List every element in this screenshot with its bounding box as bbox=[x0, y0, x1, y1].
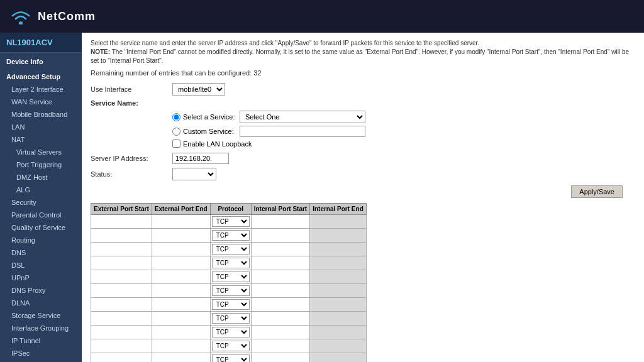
table-row: TCP UDP TCP/UDP bbox=[91, 284, 367, 298]
sidebar-item-ipsec[interactable]: IPSec bbox=[0, 347, 82, 359]
int-port-end-input bbox=[311, 217, 346, 226]
sidebar-item-interface-grouping[interactable]: Interface Grouping bbox=[0, 322, 82, 334]
content-inner: Select the service name and enter the se… bbox=[82, 33, 644, 362]
sidebar-item-nat[interactable]: NAT bbox=[0, 133, 82, 146]
select-service-dropdown[interactable]: Select One bbox=[240, 111, 365, 123]
int-port-start-input[interactable] bbox=[253, 245, 287, 253]
sidebar-item-virtual-servers[interactable]: Virtual Servers bbox=[0, 146, 82, 158]
ext-port-start-input[interactable] bbox=[92, 287, 127, 295]
col-external-port-end: External Port End bbox=[152, 204, 210, 215]
select-service-row: Select a Service: Select One bbox=[172, 111, 635, 123]
sidebar: NL1901ACV Device Info Advanced Setup Lay… bbox=[0, 33, 82, 362]
sidebar-item-advanced-setup[interactable]: Advanced Setup bbox=[0, 70, 82, 83]
ext-port-end-input[interactable] bbox=[153, 328, 188, 336]
protocol-select[interactable]: TCP UDP TCP/UDP bbox=[212, 258, 250, 268]
int-port-start-input[interactable] bbox=[253, 217, 287, 226]
ext-port-end-input[interactable] bbox=[153, 231, 188, 239]
protocol-select[interactable]: TCP UDP TCP/UDP bbox=[212, 285, 250, 296]
model-label: NL1901ACV bbox=[0, 33, 82, 53]
ext-port-start-input[interactable] bbox=[92, 300, 127, 309]
sidebar-item-mobile-broadband[interactable]: Mobile Broadband bbox=[0, 108, 82, 121]
sidebar-item-parental-control[interactable]: Parental Control bbox=[0, 209, 82, 221]
ext-port-start-input[interactable] bbox=[92, 231, 127, 239]
int-port-start-input[interactable] bbox=[253, 231, 287, 239]
ext-port-start-input[interactable] bbox=[92, 259, 127, 267]
int-port-start-input[interactable] bbox=[253, 328, 287, 336]
sidebar-item-upnp[interactable]: UPnP bbox=[0, 272, 82, 284]
server-ip-input[interactable] bbox=[172, 153, 229, 164]
service-name-label: Service Name: bbox=[91, 99, 172, 107]
int-port-start-input[interactable] bbox=[253, 356, 287, 362]
ext-port-start-input[interactable] bbox=[92, 356, 127, 362]
ext-port-end-input[interactable] bbox=[153, 273, 188, 281]
ext-port-start-input[interactable] bbox=[92, 342, 127, 350]
ext-port-end-input[interactable] bbox=[153, 217, 188, 226]
ext-port-end-input[interactable] bbox=[153, 259, 188, 267]
sidebar-item-alg[interactable]: ALG bbox=[0, 184, 82, 196]
ext-port-end-input[interactable] bbox=[153, 245, 188, 253]
sidebar-item-dlna[interactable]: DLNA bbox=[0, 297, 82, 309]
int-port-end-input bbox=[311, 245, 346, 253]
select-service-label: Select a Service: bbox=[183, 113, 240, 121]
ext-port-end-input[interactable] bbox=[153, 314, 188, 322]
ext-port-start-input[interactable] bbox=[92, 314, 127, 322]
ext-port-end-input[interactable] bbox=[153, 342, 188, 350]
protocol-select[interactable]: TCP UDP TCP/UDP bbox=[212, 341, 250, 351]
sidebar-item-dns[interactable]: DNS bbox=[0, 246, 82, 259]
int-port-start-input[interactable] bbox=[253, 259, 287, 267]
protocol-select[interactable]: TCP UDP TCP/UDP bbox=[212, 354, 250, 362]
sidebar-item-security[interactable]: Security bbox=[0, 196, 82, 209]
sidebar-item-layer2[interactable]: Layer 2 Interface bbox=[0, 83, 82, 96]
protocol-select[interactable]: TCP UDP TCP/UDP bbox=[212, 313, 250, 324]
content-area: Select the service name and enter the se… bbox=[82, 33, 644, 362]
table-row: TCP UDP TCP/UDP bbox=[91, 353, 367, 363]
int-port-end-input bbox=[311, 273, 346, 281]
protocol-select[interactable]: TCP UDP TCP/UDP bbox=[212, 272, 250, 282]
sidebar-item-multicast[interactable]: Multicast bbox=[0, 359, 82, 362]
int-port-start-input[interactable] bbox=[253, 287, 287, 295]
ext-port-end-input[interactable] bbox=[153, 356, 188, 362]
sidebar-item-ip-tunnel[interactable]: IP Tunnel bbox=[0, 334, 82, 347]
protocol-select[interactable]: TCP UDP TCP/UDP bbox=[212, 244, 250, 255]
main-container: NL1901ACV Device Info Advanced Setup Lay… bbox=[0, 33, 644, 362]
protocol-select[interactable]: TCP UDP TCP/UDP bbox=[212, 216, 250, 227]
int-port-start-input[interactable] bbox=[253, 273, 287, 281]
table-row: TCP UDP TCP/UDP bbox=[91, 243, 367, 256]
int-port-start-input[interactable] bbox=[253, 300, 287, 309]
use-interface-select[interactable]: mobile/lte0 bbox=[172, 83, 225, 96]
custom-service-radio[interactable] bbox=[172, 128, 180, 136]
loopback-checkbox[interactable] bbox=[172, 140, 180, 148]
ext-port-start-input[interactable] bbox=[92, 273, 127, 281]
int-port-end-input bbox=[311, 231, 346, 239]
remaining-entries: Remaining number of entries that can be … bbox=[91, 69, 635, 77]
ext-port-end-input[interactable] bbox=[153, 300, 188, 309]
sidebar-item-device-info[interactable]: Device Info bbox=[0, 55, 82, 68]
sidebar-item-routing[interactable]: Routing bbox=[0, 234, 82, 246]
custom-service-label: Custom Service: bbox=[183, 128, 240, 135]
sidebar-item-qos[interactable]: Quality of Service bbox=[0, 221, 82, 234]
protocol-select[interactable]: TCP UDP TCP/UDP bbox=[212, 327, 250, 337]
ext-port-start-input[interactable] bbox=[92, 245, 127, 253]
table-row: TCP UDP TCP/UDP bbox=[91, 312, 367, 326]
select-service-radio[interactable] bbox=[172, 113, 180, 121]
custom-service-input[interactable] bbox=[240, 126, 365, 137]
int-port-start-input[interactable] bbox=[253, 342, 287, 350]
service-name-row: Service Name: bbox=[91, 99, 635, 107]
sidebar-item-dsl[interactable]: DSL bbox=[0, 259, 82, 272]
sidebar-item-dmz-host[interactable]: DMZ Host bbox=[0, 171, 82, 184]
server-ip-row: Server IP Address: bbox=[91, 153, 635, 164]
sidebar-item-wan-service[interactable]: WAN Service bbox=[0, 96, 82, 108]
col-external-port-start: External Port Start bbox=[91, 204, 152, 215]
sidebar-item-storage-service[interactable]: Storage Service bbox=[0, 309, 82, 322]
sidebar-item-port-triggering[interactable]: Port Triggering bbox=[0, 158, 82, 171]
protocol-select[interactable]: TCP UDP TCP/UDP bbox=[212, 230, 250, 241]
status-select[interactable] bbox=[172, 168, 216, 180]
ext-port-start-input[interactable] bbox=[92, 328, 127, 336]
protocol-select[interactable]: TCP UDP TCP/UDP bbox=[212, 299, 250, 310]
int-port-start-input[interactable] bbox=[253, 314, 287, 322]
sidebar-item-dns-proxy[interactable]: DNS Proxy bbox=[0, 284, 82, 297]
apply-save-top-button[interactable]: Apply/Save bbox=[571, 185, 623, 198]
sidebar-item-lan[interactable]: LAN bbox=[0, 121, 82, 133]
ext-port-start-input[interactable] bbox=[92, 217, 127, 226]
ext-port-end-input[interactable] bbox=[153, 287, 188, 295]
